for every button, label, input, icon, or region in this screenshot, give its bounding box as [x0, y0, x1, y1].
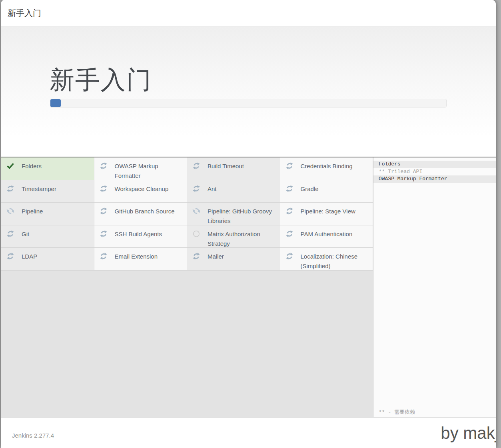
- refresh-icon: [100, 207, 108, 215]
- refresh-icon: [285, 252, 293, 260]
- plugin-cell: Localization: Chinese (Simplified): [280, 248, 373, 271]
- log-entry: ** Trilead API: [373, 168, 496, 176]
- plugin-label: Mailer: [208, 252, 224, 261]
- pending-circle-icon: [192, 230, 200, 238]
- plugin-label: Timestamper: [22, 184, 56, 194]
- wizard-footer: Jenkins 2.277.4 by makj: [1, 417, 496, 448]
- dependency-legend: ** - 需要依赖: [373, 407, 496, 417]
- refresh-icon: [285, 230, 293, 238]
- refresh-icon: [285, 207, 293, 215]
- log-entry: Folders: [373, 161, 496, 168]
- install-progress-fill: [50, 99, 61, 107]
- plugin-label: Folders: [22, 161, 42, 171]
- plugin-cell: Build Timeout: [187, 157, 280, 180]
- plugin-cell: GitHub Branch Source: [94, 203, 188, 225]
- plugin-label: OWASP Markup Formatter: [115, 161, 184, 180]
- refresh-icon: [6, 185, 14, 193]
- plugin-label: Pipeline: GitHub Groovy Libraries: [208, 207, 277, 225]
- plugin-cell: Email Extension: [94, 248, 188, 271]
- plugin-cell: Workspace Cleanup: [94, 180, 188, 203]
- spinner-icon: [192, 207, 200, 215]
- plugin-cell: Pipeline: [1, 203, 94, 225]
- plugin-cell: Git: [1, 225, 94, 248]
- plugin-label: LDAP: [22, 252, 37, 261]
- jenkins-version-label: Jenkins 2.277.4: [12, 432, 54, 439]
- page-title: 新手入门: [50, 63, 152, 97]
- plugin-label: Pipeline: [22, 207, 43, 216]
- plugin-cell: PAM Authentication: [280, 225, 373, 248]
- refresh-icon: [100, 252, 108, 260]
- log-entry: OWASP Markup Formatter: [373, 175, 496, 183]
- plugin-install-section: FoldersOWASP Markup FormatterBuild Timeo…: [1, 157, 496, 417]
- refresh-icon: [285, 185, 293, 193]
- check-icon: [6, 162, 14, 170]
- wizard-header: 新手入门: [1, 0, 496, 26]
- plugin-cell: Gradle: [280, 180, 373, 203]
- plugin-label: Workspace Cleanup: [115, 184, 169, 194]
- plugin-cell: Folders: [1, 157, 94, 180]
- install-progress-bar: [50, 99, 447, 108]
- spinner-icon: [6, 207, 14, 215]
- refresh-icon: [192, 185, 200, 193]
- plugin-cell: Ant: [187, 180, 280, 203]
- plugin-grid: FoldersOWASP Markup FormatterBuild Timeo…: [1, 157, 373, 271]
- console-log-panel[interactable]: Folders** Trilead APIOWASP Markup Format…: [373, 157, 496, 417]
- plugin-label: Git: [22, 229, 29, 239]
- console-entries: Folders** Trilead APIOWASP Markup Format…: [373, 157, 496, 183]
- plugin-cell: Mailer: [187, 248, 280, 271]
- plugin-label: Email Extension: [115, 252, 158, 261]
- plugin-label: SSH Build Agents: [115, 229, 162, 239]
- refresh-icon: [192, 162, 200, 170]
- hero-section: 新手入门: [1, 26, 496, 157]
- plugin-cell: Matrix Authorization Strategy: [187, 225, 280, 248]
- plugin-label: PAM Authentication: [301, 229, 353, 239]
- plugin-grid-wrap: FoldersOWASP Markup FormatterBuild Timeo…: [1, 157, 373, 417]
- plugin-label: Ant: [208, 184, 217, 194]
- refresh-icon: [100, 162, 108, 170]
- setup-wizard-dialog: 新手入门 新手入门 FoldersOWASP Markup FormatterB…: [1, 0, 496, 448]
- plugin-cell: Pipeline: Stage View: [280, 203, 373, 225]
- plugin-cell: Pipeline: GitHub Groovy Libraries: [187, 203, 280, 225]
- plugin-label: Gradle: [301, 184, 319, 194]
- plugin-cell: Credentials Binding: [280, 157, 373, 180]
- plugin-label: Localization: Chinese (Simplified): [301, 252, 370, 271]
- plugin-cell: Timestamper: [1, 180, 94, 203]
- plugin-cell: LDAP: [1, 248, 94, 271]
- plugin-label: Matrix Authorization Strategy: [208, 229, 277, 248]
- watermark-text: by makj: [441, 424, 496, 443]
- plugin-label: Credentials Binding: [301, 161, 353, 171]
- plugin-label: Build Timeout: [208, 161, 244, 171]
- plugin-label: GitHub Branch Source: [115, 207, 175, 216]
- plugin-cell: OWASP Markup Formatter: [94, 157, 188, 180]
- plugin-label: Pipeline: Stage View: [301, 207, 355, 216]
- refresh-icon: [6, 252, 14, 260]
- refresh-icon: [192, 252, 200, 260]
- plugin-cell: SSH Build Agents: [94, 225, 188, 248]
- wizard-header-title: 新手入门: [8, 8, 41, 19]
- refresh-icon: [6, 230, 14, 238]
- refresh-icon: [100, 185, 108, 193]
- refresh-icon: [285, 162, 293, 170]
- refresh-icon: [100, 230, 108, 238]
